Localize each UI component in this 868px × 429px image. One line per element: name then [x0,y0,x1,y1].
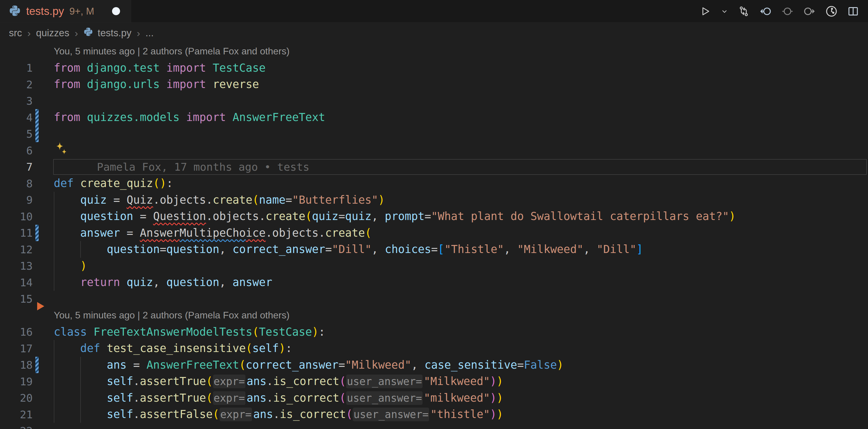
line-number[interactable]: 19 [20,375,33,387]
split-editor-button[interactable] [847,5,859,17]
code-line[interactable]: 12 question=question, correct_answer="Di… [0,241,868,258]
code-line[interactable]: 3 [0,93,868,110]
token: def [54,177,74,190]
line-number[interactable]: 1 [26,62,33,74]
gutter-change-indicator[interactable] [35,225,39,241]
token: , [583,243,597,256]
code-line[interactable]: 8def create_quiz(): [0,175,868,192]
line-number[interactable]: 12 [20,243,33,255]
code-line[interactable]: 9 quiz = Quiz.objects.create(name="Butte… [0,192,868,208]
line-number[interactable]: 5 [26,128,33,140]
token: "Dill" [332,243,372,256]
line-number[interactable]: 18 [20,359,33,371]
token: ( [306,210,312,223]
code-text[interactable]: from quizzes.models import AnswerFreeTex… [54,111,325,124]
code-line[interactable]: 19 self.assertTrue(expr=ans.is_correct(u… [0,373,868,390]
token: ) [497,408,503,421]
line-number[interactable]: 13 [20,260,33,272]
code-text[interactable]: question=question, correct_answer="Dill"… [54,243,643,256]
previous-change-button[interactable] [759,5,772,18]
line-number[interactable]: 22 [20,425,33,429]
code-text[interactable]: return quiz, question, answer [54,276,272,289]
breadcrumb-item-src[interactable]: src [9,27,22,39]
token: test_case_insensitive [100,342,246,355]
codelens-text[interactable]: You, 5 minutes ago | 2 authors (Pamela F… [54,310,289,321]
codelens-row[interactable]: You, 5 minutes ago | 2 authors (Pamela F… [0,307,868,324]
line-number[interactable]: 9 [26,194,33,206]
line-number[interactable]: 11 [20,227,33,239]
line-number[interactable]: 4 [26,111,33,123]
code-line[interactable]: 22 [0,423,868,429]
token: FreeTextAnswerModelTests [87,326,252,338]
line-number[interactable]: 8 [26,177,33,189]
editor[interactable]: You, 5 minutes ago | 2 authors (Pamela F… [0,43,868,429]
code-line[interactable]: 4from quizzes.models import AnswerFreeTe… [0,109,868,126]
code-text[interactable]: from django.urls import reverse [54,78,259,91]
run-dropdown-button[interactable] [721,7,728,15]
token: ) [490,408,497,421]
code-text[interactable]: class FreeTextAnswerModelTests(TestCase)… [54,326,325,338]
code-line[interactable]: 5 [0,126,868,143]
inline-blame-annotation[interactable]: Pamela Fox, 17 months ago • tests [54,161,309,173]
tab-tests-py[interactable]: tests.py 9+, M [0,0,131,22]
code-line[interactable]: 14 return quiz, question, answer [0,274,868,291]
line-number[interactable]: 20 [20,392,33,404]
git-compare-button[interactable] [738,5,750,17]
code-line[interactable]: 21 self.assertFalse(expr=ans.is_correct(… [0,406,868,423]
line-number[interactable]: 14 [20,276,33,288]
code-text[interactable]: quiz = Quiz.objects.create(name="Butterf… [54,193,385,206]
line-number[interactable]: 7 [26,161,33,173]
code-line[interactable]: 20 self.assertTrue(expr=ans.is_correct(u… [0,390,868,406]
line-number[interactable]: 21 [20,408,33,420]
run-button[interactable] [700,6,711,17]
commit-graph-button[interactable] [825,5,838,18]
next-change-button[interactable] [803,5,816,18]
code-text[interactable]: self.assertFalse(expr=ans.is_correct(use… [54,408,503,421]
code-text[interactable]: from django.test import TestCase [54,62,266,74]
code-text[interactable]: def create_quiz(): [54,177,173,190]
code-line[interactable]: 11 answer = AnswerMultipeChoice.objects.… [0,225,868,241]
gutter-change-indicator[interactable] [35,126,39,143]
code-text[interactable]: answer = AnswerMultipeChoice.objects.cre… [54,226,371,239]
codelens-text[interactable]: You, 5 minutes ago | 2 authors (Pamela F… [54,46,289,57]
codelens-row[interactable]: You, 5 minutes ago | 2 authors (Pamela F… [0,43,868,60]
token: return [80,276,120,289]
token: ( [252,326,259,338]
breadcrumb-item-symbol[interactable]: ... [146,27,154,39]
code-line[interactable]: 2from django.urls import reverse [0,76,868,93]
copilot-sparkle-icon[interactable] [54,142,69,159]
line-number[interactable]: 10 [20,210,33,222]
code-text[interactable]: ) [54,259,87,272]
code-text[interactable]: question = Question.objects.create(quiz=… [54,210,736,223]
breadcrumb-item-quizzes[interactable]: quizzes [36,27,69,39]
code-line[interactable]: 7Pamela Fox, 17 months ago • tests [0,159,868,175]
code-line[interactable]: 15 [0,291,868,307]
code-line[interactable]: 6 [0,142,868,159]
line-number[interactable]: 15 [20,293,33,305]
gutter-change-indicator[interactable] [35,357,39,373]
line-number[interactable]: 3 [26,95,33,107]
gutter: 22 [0,423,54,429]
gutter-change-indicator[interactable] [35,109,39,126]
code-text[interactable]: def test_case_insensitive(self): [54,342,292,355]
token: . [133,408,140,421]
line-number[interactable]: 6 [26,144,33,156]
code-line[interactable]: 16class FreeTextAnswerModelTests(TestCas… [0,324,868,340]
code-text[interactable]: self.assertTrue(expr=ans.is_correct(user… [54,392,503,404]
code-line[interactable]: 17 def test_case_insensitive(self): [0,340,868,357]
code-line[interactable]: 13 ) [0,258,868,274]
line-number[interactable]: 17 [20,342,33,355]
breadcrumb-item-tests-py[interactable]: tests.py [98,27,132,39]
code-line[interactable]: 1from django.test import TestCase [0,60,868,76]
line-number[interactable]: 16 [20,326,33,338]
token: ( [206,375,213,388]
code-line[interactable]: 18 ans = AnswerFreeText(correct_answer="… [0,357,868,373]
code-text[interactable]: ans = AnswerFreeText(correct_answer="Mil… [54,359,563,371]
current-change-button[interactable] [781,5,794,18]
code-text[interactable]: self.assertTrue(expr=ans.is_correct(user… [54,375,503,388]
line-number[interactable]: 2 [26,78,33,90]
token: user_answer= [346,375,423,388]
code-line[interactable]: 10 question = Question.objects.create(qu… [0,208,868,225]
unsaved-dot-icon[interactable] [112,7,120,15]
gutter: 3 [0,93,54,110]
